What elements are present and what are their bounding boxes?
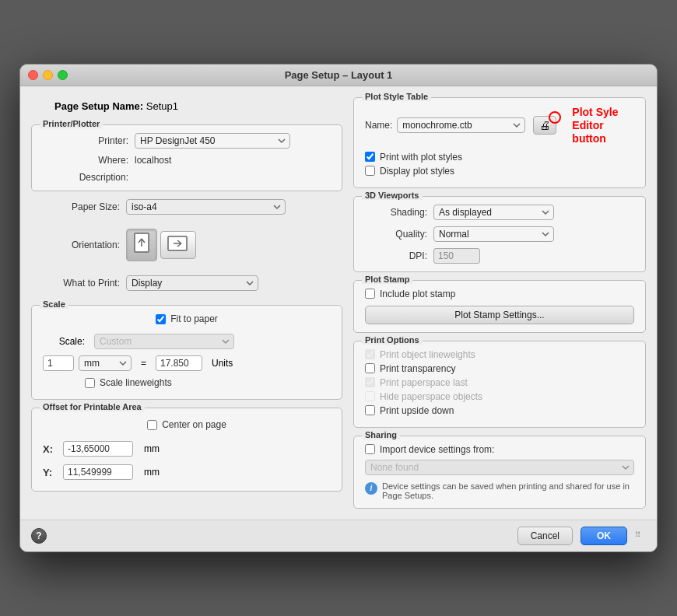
display-plot-styles-checkbox[interactable]: [365, 166, 375, 176]
scale-unit-select[interactable]: mm: [79, 355, 132, 371]
shading-row: Shading: As displayed: [365, 205, 634, 220]
print-with-styles-row: Print with plot styles: [365, 152, 634, 163]
hide-paperspace-label: Hide paperspace objects: [380, 391, 482, 402]
what-to-print-wrapper[interactable]: Display: [126, 275, 258, 291]
offset-section-label: Offset for Printable Area: [40, 402, 145, 411]
scale-input[interactable]: [43, 355, 74, 371]
where-label: Where:: [43, 155, 128, 166]
plot-style-table-section: Plot Style Table Name: monochrome.ctb 🖨: [353, 97, 646, 187]
printer-section-label: Printer/Plotter: [40, 119, 103, 128]
transparency-checkbox[interactable]: [365, 363, 375, 373]
quality-select-wrapper[interactable]: Normal: [433, 226, 554, 242]
scale-lineweights-label: Scale lineweights: [100, 377, 172, 388]
plot-style-select-wrapper[interactable]: monochrome.ctb: [397, 117, 525, 133]
sharing-section: Sharing Import device settings from: Non…: [353, 436, 646, 509]
plot-style-select[interactable]: monochrome.ctb: [397, 117, 525, 133]
plot-stamp-section-label: Plot Stamp: [362, 275, 412, 284]
where-value: localhost: [135, 155, 171, 166]
plot-stamp-section: Plot Stamp Include plot stamp Plot Stamp…: [353, 280, 646, 333]
scale-lineweights-row: Scale lineweights: [43, 377, 331, 388]
shading-label: Shading:: [365, 207, 427, 218]
paperspace-last-checkbox: [365, 377, 375, 387]
cancel-button[interactable]: Cancel: [517, 527, 573, 545]
center-on-page-checkbox[interactable]: [147, 420, 157, 430]
x-row: X: mm: [43, 441, 331, 457]
what-to-print-select[interactable]: Display: [126, 275, 258, 291]
landscape-button[interactable]: [160, 231, 196, 259]
paper-size-row: Paper Size: iso-a4: [31, 199, 342, 215]
y-input[interactable]: [63, 464, 133, 480]
paper-size-select-wrapper[interactable]: iso-a4: [126, 199, 286, 215]
center-on-page-label: Center on page: [162, 419, 226, 430]
display-plot-styles-label: Display plot styles: [380, 166, 454, 177]
printer-label: Printer:: [43, 135, 128, 146]
maximize-button[interactable]: [58, 70, 68, 80]
offset-section: Offset for Printable Area Center on page…: [31, 408, 342, 492]
editor-btn-container: 🖨: [533, 116, 556, 135]
annotation-text: Plot SyleEditorbutton: [572, 106, 618, 145]
x-unit: mm: [144, 443, 160, 454]
shading-select-wrapper[interactable]: As displayed: [433, 205, 554, 220]
x-input[interactable]: [63, 441, 133, 457]
transparency-row: Print transparency: [365, 363, 634, 374]
viewports-section-label: 3D Viewports: [362, 191, 423, 200]
include-plot-stamp-label: Include plot stamp: [380, 289, 455, 299]
scale-unit-wrapper[interactable]: mm: [79, 355, 132, 371]
scale-lineweights-checkbox[interactable]: [85, 378, 95, 388]
paper-size-select[interactable]: iso-a4: [126, 199, 286, 215]
portrait-button[interactable]: [126, 229, 157, 261]
units-input[interactable]: [156, 355, 202, 371]
scale-units-row: mm = Units: [43, 355, 331, 371]
quality-select[interactable]: Normal: [433, 226, 554, 242]
plot-style-name-label: Name:: [365, 120, 392, 131]
ok-button[interactable]: OK: [581, 527, 627, 545]
shading-select[interactable]: As displayed: [433, 205, 554, 220]
y-row: Y: mm: [43, 464, 331, 480]
import-device-checkbox[interactable]: [365, 444, 375, 454]
resize-grip: ⠿: [635, 530, 646, 541]
fit-to-paper-label: Fit to paper: [170, 313, 218, 324]
scale-section-label: Scale: [40, 299, 68, 309]
include-plot-stamp-checkbox[interactable]: [365, 289, 375, 299]
scale-select[interactable]: Custom: [94, 334, 234, 349]
description-label: Description:: [43, 172, 128, 183]
dialog-content: Page Setup Name: Setup1 Printer/Plotter …: [20, 86, 657, 519]
print-upside-down-label: Print upside down: [380, 405, 454, 416]
print-with-styles-label: Print with plot styles: [380, 152, 462, 163]
quality-label: Quality:: [365, 229, 427, 240]
footer: ? Cancel OK ⠿: [20, 520, 657, 551]
plot-style-name-row: Name: monochrome.ctb 🖨 Plot SyleEditorb: [365, 106, 634, 145]
minimize-button[interactable]: [43, 70, 53, 80]
fit-to-paper-checkbox[interactable]: [156, 314, 166, 324]
print-options-section: Print Options Print object lineweights P…: [353, 341, 646, 428]
help-button[interactable]: ?: [31, 528, 47, 544]
where-row: Where: localhost: [43, 155, 331, 166]
none-found-wrapper[interactable]: None found: [365, 460, 634, 475]
dpi-label: DPI:: [365, 250, 427, 261]
page-setup-name-value: Setup1: [146, 100, 178, 112]
transparency-label: Print transparency: [380, 363, 455, 374]
left-panel: Page Setup Name: Setup1 Printer/Plotter …: [31, 97, 342, 508]
info-row: i Device settings can be saved when prin…: [365, 481, 634, 500]
page-setup-dialog: Page Setup – Layout 1 Page Setup Name: S…: [19, 64, 658, 551]
print-upside-down-checkbox[interactable]: [365, 405, 375, 415]
printer-select-wrapper[interactable]: HP DesignJet 450: [135, 133, 290, 149]
footer-buttons: Cancel OK ⠿: [517, 527, 646, 545]
paperspace-last-row: Print paperspace last: [365, 377, 634, 388]
plot-stamp-settings-button[interactable]: Plot Stamp Settings...: [365, 306, 634, 324]
dialog-title: Page Setup – Layout 1: [285, 69, 393, 81]
hide-paperspace-row: Hide paperspace objects: [365, 391, 634, 402]
print-with-styles-checkbox[interactable]: [365, 152, 375, 162]
page-setup-name-label: Page Setup Name:: [54, 100, 143, 112]
printer-select[interactable]: HP DesignJet 450: [135, 133, 290, 149]
close-button[interactable]: [28, 70, 38, 80]
orientation-row: Orientation:: [31, 229, 342, 261]
printer-row: Printer: HP DesignJet 450: [43, 133, 331, 149]
y-unit: mm: [144, 467, 160, 478]
scale-row: Scale: Custom: [43, 334, 331, 349]
fit-to-paper-row: Fit to paper: [156, 313, 218, 324]
none-found-select: None found: [365, 460, 634, 475]
object-lineweights-label: Print object lineweights: [380, 349, 475, 360]
page-setup-name-row: Page Setup Name: Setup1: [31, 97, 342, 117]
scale-select-wrapper[interactable]: Custom: [94, 334, 234, 349]
